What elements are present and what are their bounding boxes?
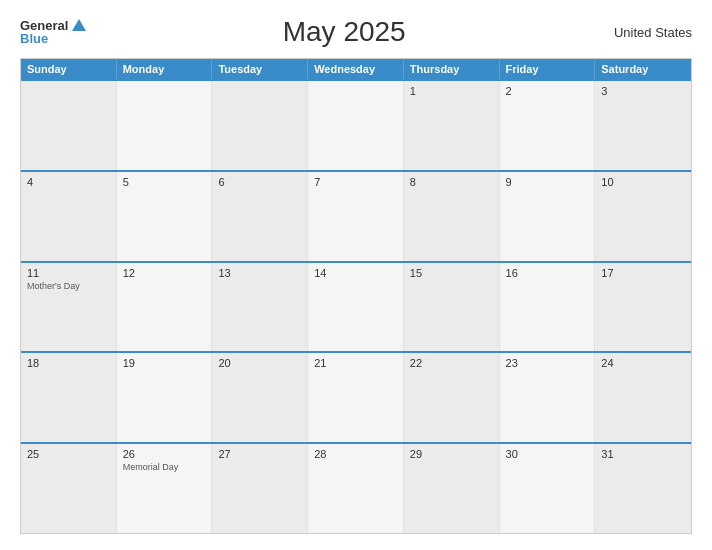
- calendar-cell: 11Mother's Day: [21, 263, 117, 352]
- calendar-body: 1234567891011Mother's Day121314151617181…: [21, 79, 691, 533]
- calendar-week-row: 11Mother's Day121314151617: [21, 261, 691, 352]
- calendar-cell: [21, 81, 117, 170]
- calendar-cell: 8: [404, 172, 500, 261]
- calendar-cell: 21: [308, 353, 404, 442]
- calendar-cell: [212, 81, 308, 170]
- calendar-cell: 10: [595, 172, 691, 261]
- day-number: 22: [410, 357, 493, 369]
- calendar-cell: 9: [500, 172, 596, 261]
- calendar-cell: 5: [117, 172, 213, 261]
- calendar-cell: 1: [404, 81, 500, 170]
- day-number: 13: [218, 267, 301, 279]
- calendar-cell: 24: [595, 353, 691, 442]
- calendar-header-cell: Saturday: [595, 59, 691, 79]
- calendar-cell: 28: [308, 444, 404, 533]
- calendar-cell: 29: [404, 444, 500, 533]
- day-number: 6: [218, 176, 301, 188]
- day-number: 2: [506, 85, 589, 97]
- calendar-cell: 17: [595, 263, 691, 352]
- day-number: 24: [601, 357, 685, 369]
- calendar-cell: [117, 81, 213, 170]
- calendar-week-row: 2526Memorial Day2728293031: [21, 442, 691, 533]
- day-number: 25: [27, 448, 110, 460]
- calendar-header-row: SundayMondayTuesdayWednesdayThursdayFrid…: [21, 59, 691, 79]
- day-number: 21: [314, 357, 397, 369]
- calendar-week-row: 123: [21, 79, 691, 170]
- day-event: Mother's Day: [27, 281, 110, 291]
- day-number: 20: [218, 357, 301, 369]
- calendar-header-cell: Thursday: [404, 59, 500, 79]
- calendar-cell: 31: [595, 444, 691, 533]
- logo-triangle-icon: [72, 19, 86, 31]
- calendar-week-row: 18192021222324: [21, 351, 691, 442]
- calendar-cell: 13: [212, 263, 308, 352]
- day-number: 8: [410, 176, 493, 188]
- day-number: 14: [314, 267, 397, 279]
- day-event: Memorial Day: [123, 462, 206, 472]
- day-number: 17: [601, 267, 685, 279]
- calendar-cell: 6: [212, 172, 308, 261]
- day-number: 5: [123, 176, 206, 188]
- calendar: SundayMondayTuesdayWednesdayThursdayFrid…: [20, 58, 692, 534]
- logo: General Blue: [20, 19, 86, 45]
- calendar-cell: [308, 81, 404, 170]
- day-number: 15: [410, 267, 493, 279]
- calendar-cell: 12: [117, 263, 213, 352]
- calendar-cell: 14: [308, 263, 404, 352]
- calendar-header-cell: Wednesday: [308, 59, 404, 79]
- day-number: 4: [27, 176, 110, 188]
- day-number: 28: [314, 448, 397, 460]
- calendar-cell: 30: [500, 444, 596, 533]
- day-number: 16: [506, 267, 589, 279]
- logo-blue-text: Blue: [20, 32, 86, 45]
- day-number: 23: [506, 357, 589, 369]
- calendar-week-row: 45678910: [21, 170, 691, 261]
- day-number: 1: [410, 85, 493, 97]
- calendar-cell: 22: [404, 353, 500, 442]
- calendar-cell: 20: [212, 353, 308, 442]
- day-number: 9: [506, 176, 589, 188]
- day-number: 29: [410, 448, 493, 460]
- calendar-cell: 18: [21, 353, 117, 442]
- calendar-cell: 23: [500, 353, 596, 442]
- day-number: 19: [123, 357, 206, 369]
- calendar-header-cell: Friday: [500, 59, 596, 79]
- calendar-cell: 25: [21, 444, 117, 533]
- page-title: May 2025: [86, 16, 602, 48]
- calendar-header-cell: Sunday: [21, 59, 117, 79]
- page: General Blue May 2025 United States Sund…: [0, 0, 712, 550]
- country-label: United States: [602, 25, 692, 40]
- day-number: 12: [123, 267, 206, 279]
- calendar-cell: 26Memorial Day: [117, 444, 213, 533]
- day-number: 7: [314, 176, 397, 188]
- day-number: 26: [123, 448, 206, 460]
- day-number: 11: [27, 267, 110, 279]
- day-number: 31: [601, 448, 685, 460]
- day-number: 30: [506, 448, 589, 460]
- header: General Blue May 2025 United States: [20, 16, 692, 48]
- calendar-cell: 19: [117, 353, 213, 442]
- calendar-header-cell: Monday: [117, 59, 213, 79]
- calendar-cell: 4: [21, 172, 117, 261]
- calendar-cell: 27: [212, 444, 308, 533]
- day-number: 27: [218, 448, 301, 460]
- day-number: 18: [27, 357, 110, 369]
- calendar-header-cell: Tuesday: [212, 59, 308, 79]
- calendar-cell: 15: [404, 263, 500, 352]
- calendar-cell: 16: [500, 263, 596, 352]
- calendar-cell: 2: [500, 81, 596, 170]
- day-number: 10: [601, 176, 685, 188]
- day-number: 3: [601, 85, 685, 97]
- calendar-cell: 7: [308, 172, 404, 261]
- calendar-cell: 3: [595, 81, 691, 170]
